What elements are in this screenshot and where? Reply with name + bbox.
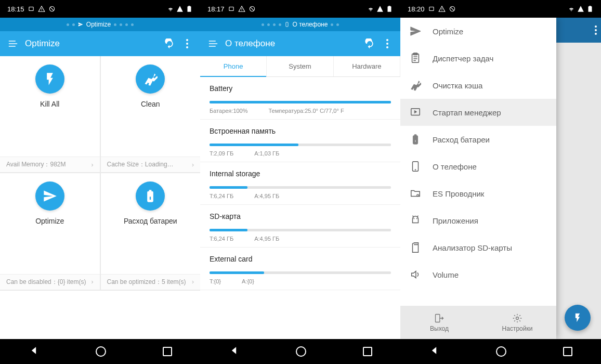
drawer-item-label: Анализатор SD-карты: [433, 243, 512, 252]
meter-left: T:{0}: [210, 278, 221, 284]
drawer-item-label: Приложения: [433, 216, 478, 225]
refresh-button[interactable]: [161, 31, 178, 56]
cell-icon: [577, 5, 584, 12]
sd-icon: [410, 242, 421, 253]
drawer-item-folder[interactable]: ES Проводник: [400, 180, 556, 207]
overflow-button[interactable]: [378, 31, 396, 56]
drawer-item-label: Стартап менеджер: [433, 108, 501, 117]
pager-strip[interactable]: О телефоне: [200, 18, 400, 31]
section-title: Internal storage: [210, 170, 391, 178]
drawer-backdrop[interactable]: OptimizeДиспетчер задачОчистка кэшаСтарт…: [400, 18, 601, 339]
about-section-list[interactable]: Battery Батарея:100%Температура:25.0° C/…: [200, 77, 400, 339]
drawer-item-startup[interactable]: Стартап менеджер: [400, 99, 556, 126]
tile-footer[interactable]: Avail Memory：982M›: [0, 157, 100, 172]
wifi-icon: [568, 5, 575, 12]
fab-optimize[interactable]: [565, 305, 591, 331]
meter-right: Температура:25.0° C/77,0° F: [269, 108, 344, 114]
nav-home[interactable]: [96, 346, 106, 357]
tile-optimize[interactable]: Optimize Can be disabled：{0} item(s)›: [0, 173, 100, 289]
nav-home[interactable]: [496, 346, 506, 357]
phone-icon: [410, 161, 421, 172]
overflow-button[interactable]: [178, 31, 196, 56]
refresh-button[interactable]: [361, 31, 378, 56]
tile-footer[interactable]: Can be optimized：5 item(s)›: [101, 274, 201, 290]
tile-footer[interactable]: Can be disabled：{0} item(s)›: [0, 274, 100, 290]
app-bar: О телефоне: [200, 31, 400, 56]
tab-hardware[interactable]: Hardware: [334, 56, 400, 76]
status-warn-icon: [38, 5, 45, 12]
nav-back[interactable]: [229, 345, 239, 358]
meter-right: A:4,95 ГБ: [254, 193, 279, 199]
section-title: Встроенная память: [210, 127, 391, 135]
nav-drawer: OptimizeДиспетчер задачОчистка кэшаСтарт…: [400, 18, 556, 339]
appbar-title: О телефоне: [225, 38, 361, 49]
drawer-item-phone[interactable]: О телефоне: [400, 153, 556, 180]
android-icon: [410, 215, 421, 226]
meter-left: T:2,09 ГБ: [210, 150, 233, 157]
drawer-item-clipboard[interactable]: Диспетчер задач: [400, 45, 556, 72]
battery-icon: [386, 5, 393, 12]
overflow-button[interactable]: [595, 25, 597, 35]
nav-back[interactable]: [29, 345, 39, 358]
appbar-title: Optimize: [25, 38, 161, 49]
status-rect-icon: [428, 5, 435, 12]
exit-icon: [434, 313, 445, 323]
about-section: External card T:{0}A:{0}: [200, 248, 400, 290]
send-icon: [410, 25, 421, 37]
status-block-icon: [449, 5, 456, 12]
status-warn-icon: [438, 5, 446, 12]
drawer-exit-button[interactable]: Выход: [400, 306, 478, 339]
broom-icon: [410, 80, 421, 91]
meter-left: T:6,24 ГБ: [210, 236, 233, 242]
nav-recents[interactable]: [163, 347, 172, 356]
usage-meter: [210, 229, 391, 231]
about-section: Battery Батарея:100%Температура:25.0° C/…: [200, 77, 400, 120]
battery-icon: [186, 5, 193, 12]
drawer-item-volume[interactable]: Volume: [400, 261, 556, 288]
drawer-toggle[interactable]: [204, 31, 222, 56]
status-bar: 18:20: [400, 0, 601, 18]
screen-about-phone: 18:17 О телефоне О телефоне Ph: [200, 0, 400, 364]
usage-meter: [210, 271, 391, 274]
tile-footer[interactable]: Cache Size：Loading…›: [101, 157, 201, 172]
drawer-settings-button[interactable]: Настройки: [478, 306, 556, 339]
cell-icon: [376, 5, 384, 12]
tab-phone[interactable]: Phone: [200, 56, 267, 76]
battery-icon: [136, 181, 165, 211]
tile-kill-all[interactable]: Kill All Avail Memory：982M›: [0, 56, 100, 172]
about-section: SD-карта T:6,24 ГБA:4,95 ГБ: [200, 205, 400, 248]
drawer-item-sd[interactable]: Анализатор SD-карты: [400, 234, 556, 261]
tab-system[interactable]: System: [267, 56, 333, 76]
wifi-icon: [167, 5, 174, 12]
drawer-item-label: О телефоне: [433, 162, 477, 171]
drawer-bottom-bar: Выход Настройки: [400, 306, 556, 339]
nav-recents[interactable]: [363, 347, 372, 356]
drawer-item-label: Расход батареи: [433, 135, 490, 144]
drawer-item-list[interactable]: OptimizeДиспетчер задачОчистка кэшаСтарт…: [400, 18, 556, 306]
drawer-item-android[interactable]: Приложения: [400, 207, 556, 234]
pager-label: Optimize: [86, 21, 111, 28]
drawer-item-send[interactable]: Optimize: [400, 18, 556, 45]
about-section: Internal storage T:6,24 ГБA:4,95 ГБ: [200, 162, 400, 205]
usage-meter: [210, 101, 391, 103]
drawer-item-label: Volume: [433, 270, 459, 279]
send-icon: [35, 181, 64, 211]
wifi-icon: [367, 5, 374, 12]
drawer-item-broom[interactable]: Очистка кэша: [400, 72, 556, 99]
optimize-grid: Kill All Avail Memory：982M› Clean Cache …: [0, 56, 200, 339]
tile-battery[interactable]: Расход батареи Can be optimized：5 item(s…: [101, 173, 201, 289]
tile-label: Clean: [141, 100, 160, 108]
meter-right: A:1,03 ГБ: [254, 150, 279, 157]
tile-clean[interactable]: Clean Cache Size：Loading…›: [101, 56, 201, 172]
drawer-toggle[interactable]: [4, 31, 22, 56]
pager-strip[interactable]: Optimize: [0, 18, 200, 31]
nav-back[interactable]: [429, 345, 439, 358]
drawer-item-battery[interactable]: Расход батареи: [400, 126, 556, 153]
grid-empty: [0, 291, 200, 339]
folder-icon: [410, 188, 421, 199]
gear-icon: [512, 313, 522, 323]
about-tabs: Phone System Hardware: [200, 56, 400, 77]
meter-right: A:{0}: [242, 278, 254, 284]
nav-home[interactable]: [296, 346, 306, 357]
nav-recents[interactable]: [563, 347, 572, 356]
